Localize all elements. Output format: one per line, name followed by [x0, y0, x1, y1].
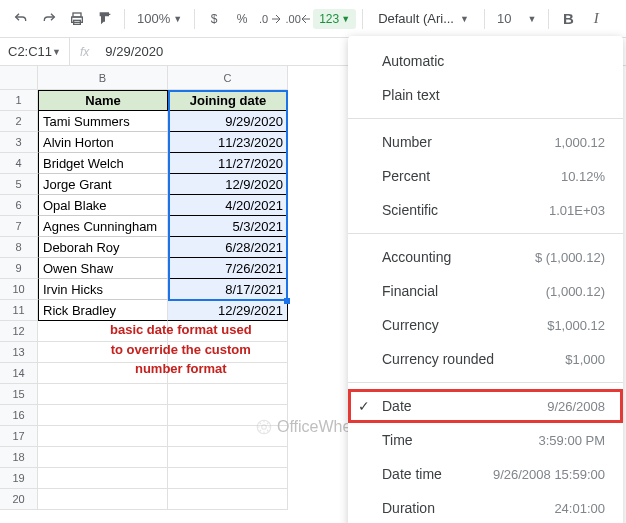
row-header[interactable]: 11	[0, 300, 38, 321]
undo-button[interactable]	[8, 6, 34, 32]
format-currency-rounded[interactable]: Currency rounded$1,000	[348, 342, 623, 376]
annotation-text: basic date format usedto override the cu…	[110, 320, 252, 379]
table-cell[interactable]: 5/3/2021	[168, 216, 288, 237]
format-scientific[interactable]: Scientific1.01E+03	[348, 193, 623, 227]
row-header[interactable]: 2	[0, 111, 38, 132]
empty-cell[interactable]	[38, 468, 168, 489]
table-cell[interactable]: 4/20/2021	[168, 195, 288, 216]
bold-button[interactable]: B	[555, 6, 581, 32]
empty-cell[interactable]	[38, 447, 168, 468]
toolbar: 100%▼ $ % .0 .00 123▼ Default (Ari...▼ 1…	[0, 0, 626, 38]
check-icon: ✓	[358, 398, 370, 414]
row-header[interactable]: 20	[0, 489, 38, 510]
selection-handle[interactable]	[284, 298, 290, 304]
empty-cell[interactable]	[38, 384, 168, 405]
redo-button[interactable]	[36, 6, 62, 32]
row-header[interactable]: 13	[0, 342, 38, 363]
table-cell[interactable]: 9/29/2020	[168, 111, 288, 132]
format-duration[interactable]: Duration24:01:00	[348, 491, 623, 523]
format-menu-button[interactable]: 123▼	[313, 9, 356, 29]
row-header[interactable]: 12	[0, 321, 38, 342]
empty-cell[interactable]	[38, 426, 168, 447]
name-box[interactable]: C2:C11▼	[0, 38, 70, 65]
table-cell[interactable]: Alvin Horton	[38, 132, 168, 153]
row-header[interactable]: 4	[0, 153, 38, 174]
row-header[interactable]: 1	[0, 90, 38, 111]
format-percent[interactable]: Percent10.12%	[348, 159, 623, 193]
format-plain-text[interactable]: Plain text	[348, 78, 623, 112]
row-header[interactable]: 7	[0, 216, 38, 237]
empty-cell[interactable]	[168, 384, 288, 405]
format-currency[interactable]: Currency$1,000.12	[348, 308, 623, 342]
fx-icon: fx	[70, 45, 99, 59]
empty-cell[interactable]	[168, 468, 288, 489]
table-cell[interactable]: Owen Shaw	[38, 258, 168, 279]
table-cell[interactable]: Opal Blake	[38, 195, 168, 216]
format-time[interactable]: Time3:59:00 PM	[348, 423, 623, 457]
cell-grid[interactable]: NameJoining dateTami Summers9/29/2020Alv…	[38, 90, 288, 510]
row-header[interactable]: 16	[0, 405, 38, 426]
table-cell[interactable]: Bridget Welch	[38, 153, 168, 174]
row-header[interactable]: 5	[0, 174, 38, 195]
table-header[interactable]: Joining date	[168, 90, 288, 111]
row-header[interactable]: 8	[0, 237, 38, 258]
format-financial[interactable]: Financial(1,000.12)	[348, 274, 623, 308]
formula-input[interactable]: 9/29/2020	[99, 44, 169, 59]
percent-button[interactable]: %	[229, 6, 255, 32]
row-header[interactable]: 15	[0, 384, 38, 405]
table-cell[interactable]: Irvin Hicks	[38, 279, 168, 300]
table-cell[interactable]: Jorge Grant	[38, 174, 168, 195]
zoom-select[interactable]: 100%▼	[131, 11, 188, 26]
row-header[interactable]: 3	[0, 132, 38, 153]
empty-cell[interactable]	[38, 405, 168, 426]
format-automatic[interactable]: Automatic	[348, 44, 623, 78]
row-header[interactable]: 10	[0, 279, 38, 300]
row-header[interactable]: 9	[0, 258, 38, 279]
svg-point-4	[262, 425, 267, 430]
table-cell[interactable]: 6/28/2021	[168, 237, 288, 258]
table-header[interactable]: Name	[38, 90, 168, 111]
table-cell[interactable]: 7/26/2021	[168, 258, 288, 279]
format-number[interactable]: Number1,000.12	[348, 125, 623, 159]
table-cell[interactable]: 12/29/2021	[168, 300, 288, 321]
table-cell[interactable]: 11/27/2020	[168, 153, 288, 174]
decrease-decimal-button[interactable]: .0	[257, 6, 283, 32]
row-header[interactable]: 19	[0, 468, 38, 489]
format-dropdown: Automatic Plain text Number1,000.12 Perc…	[348, 36, 623, 523]
format-datetime[interactable]: Date time9/26/2008 15:59:00	[348, 457, 623, 491]
print-button[interactable]	[64, 6, 90, 32]
font-select[interactable]: Default (Ari...▼	[369, 6, 478, 31]
currency-button[interactable]: $	[201, 6, 227, 32]
paint-format-button[interactable]	[92, 6, 118, 32]
table-cell[interactable]: 11/23/2020	[168, 132, 288, 153]
table-cell[interactable]: Rick Bradley	[38, 300, 168, 321]
format-date[interactable]: ✓Date9/26/2008	[348, 389, 623, 423]
font-size-select[interactable]: 10▼	[491, 11, 542, 26]
increase-decimal-button[interactable]: .00	[285, 6, 311, 32]
format-accounting[interactable]: Accounting$ (1,000.12)	[348, 240, 623, 274]
row-header[interactable]: 17	[0, 426, 38, 447]
row-header[interactable]: 14	[0, 363, 38, 384]
table-cell[interactable]: 12/9/2020	[168, 174, 288, 195]
table-cell[interactable]: 8/17/2021	[168, 279, 288, 300]
table-cell[interactable]: Agnes Cunningham	[38, 216, 168, 237]
empty-cell[interactable]	[168, 489, 288, 510]
column-header-c[interactable]: C	[168, 66, 288, 90]
row-header[interactable]: 6	[0, 195, 38, 216]
italic-button[interactable]: I	[583, 6, 609, 32]
row-header[interactable]: 18	[0, 447, 38, 468]
column-header-b[interactable]: B	[38, 66, 168, 90]
table-cell[interactable]: Tami Summers	[38, 111, 168, 132]
select-all-corner[interactable]	[0, 66, 38, 90]
table-cell[interactable]: Deborah Roy	[38, 237, 168, 258]
empty-cell[interactable]	[168, 447, 288, 468]
empty-cell[interactable]	[38, 489, 168, 510]
